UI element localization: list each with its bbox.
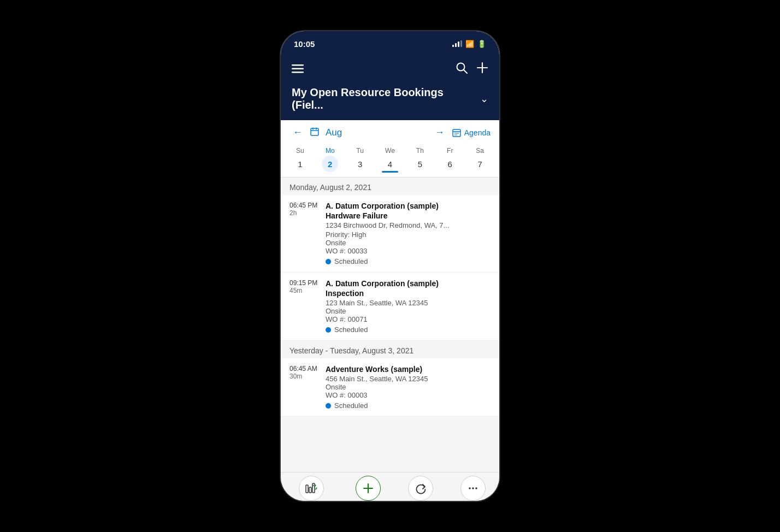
day-name: Sa	[476, 147, 484, 155]
calendar-prev-button[interactable]: ←	[289, 126, 306, 139]
booking-status: Scheduled	[326, 257, 491, 265]
day-number: 3	[352, 156, 368, 172]
booking-time-col: 06:45 AM30m	[289, 365, 319, 410]
day-name: Fr	[447, 147, 453, 155]
booking-type: Onsite	[326, 307, 491, 315]
booking-time: 06:45 PM	[289, 202, 319, 209]
booking-company: A. Datum Corporation (sample)	[326, 279, 491, 288]
status-bar: 10:05 📶 🔋	[281, 31, 499, 55]
booking-time-col: 09:15 PM45m	[289, 279, 319, 334]
booking-duration: 45m	[289, 287, 319, 294]
list-item[interactable]: 06:45 PM2hA. Datum Corporation (sample)H…	[281, 195, 499, 273]
booking-company: Adventure Works (sample)	[326, 365, 491, 374]
status-time: 10:05	[294, 39, 315, 49]
svg-rect-2	[292, 72, 304, 73]
day-name: Tu	[356, 147, 364, 155]
svg-rect-15	[306, 485, 308, 493]
day-col-su[interactable]: Su1	[285, 147, 315, 173]
day-number: 4	[382, 156, 398, 172]
svg-rect-16	[309, 487, 311, 493]
day-name: We	[385, 147, 395, 155]
day-number: 6	[442, 156, 458, 172]
date-header: Yesterday - Tuesday, August 3, 2021	[281, 341, 499, 358]
header-bar	[281, 55, 499, 84]
svg-rect-1	[292, 68, 304, 69]
show-chart-icon	[299, 476, 324, 501]
day-number: 7	[472, 156, 488, 172]
refresh-icon	[408, 476, 433, 501]
day-name: Th	[416, 147, 424, 155]
calendar-section: ← Aug → Agenda	[281, 120, 499, 178]
day-number: 5	[412, 156, 428, 172]
booking-priority: Priority: High	[326, 230, 491, 239]
day-name: Mo	[326, 147, 335, 155]
booking-time: 06:45 AM	[289, 365, 319, 373]
new-button[interactable]: New	[356, 476, 381, 501]
day-col-we[interactable]: We4	[375, 147, 405, 173]
show-chart-button[interactable]: Show Chart	[294, 476, 329, 501]
booking-title: Hardware Failure	[326, 211, 491, 220]
bottom-toolbar: Show Chart New Refresh	[281, 472, 499, 501]
date-header: Monday, August 2, 2021	[281, 178, 499, 195]
booking-status: Scheduled	[326, 326, 491, 334]
bookings-list: Monday, August 2, 202106:45 PM2hA. Datum…	[281, 178, 499, 472]
title-chevron-icon[interactable]: ⌄	[480, 93, 488, 105]
svg-point-21	[472, 487, 474, 489]
booking-duration: 30m	[289, 373, 319, 380]
calendar-month[interactable]: Aug	[326, 127, 427, 138]
day-col-sa[interactable]: Sa7	[465, 147, 495, 173]
wifi-icon: 📶	[465, 40, 474, 48]
list-item[interactable]: 06:45 AM30mAdventure Works (sample)456 M…	[281, 358, 499, 417]
agenda-button[interactable]: Agenda	[452, 128, 491, 137]
header-actions	[456, 62, 488, 76]
day-col-mo[interactable]: Mo2	[315, 147, 345, 173]
booking-detail: A. Datum Corporation (sample)Inspection1…	[326, 279, 491, 334]
list-item[interactable]: 09:15 PM45mA. Datum Corporation (sample)…	[281, 273, 499, 341]
booking-detail: Adventure Works (sample)456 Main St., Se…	[326, 365, 491, 410]
booking-time: 09:15 PM	[289, 279, 319, 287]
booking-wo: WO #: 00003	[326, 391, 491, 399]
calendar-nav: ← Aug → Agenda	[281, 120, 499, 145]
day-col-th[interactable]: Th5	[405, 147, 435, 173]
day-number: 2	[322, 156, 338, 172]
svg-rect-0	[292, 64, 304, 66]
status-dot	[326, 403, 331, 409]
week-days: Su1Mo2Tu3We4Th5Fr6Sa7	[281, 145, 499, 177]
svg-rect-7	[311, 128, 318, 135]
booking-duration: 2h	[289, 209, 319, 217]
hamburger-icon[interactable]	[292, 64, 304, 75]
refresh-button[interactable]: Refresh	[408, 476, 433, 501]
day-col-fr[interactable]: Fr6	[435, 147, 465, 173]
calendar-next-button[interactable]: →	[432, 126, 448, 139]
svg-point-22	[475, 487, 477, 489]
page-title: My Open Resource Bookings (Fiel...	[292, 86, 476, 111]
day-name: Su	[296, 147, 304, 155]
booking-title: Inspection	[326, 289, 491, 298]
svg-line-4	[464, 70, 467, 73]
status-dot	[326, 327, 331, 333]
booking-time-col: 06:45 PM2h	[289, 202, 319, 265]
booking-type: Onsite	[326, 239, 491, 247]
status-icons: 📶 🔋	[452, 40, 486, 48]
more-icon	[460, 476, 486, 501]
today-underline	[382, 171, 398, 173]
phone-frame: 10:05 📶 🔋	[281, 31, 499, 501]
booking-address: 1234 Birchwood Dr, Redmond, WA, 7...	[326, 221, 491, 229]
booking-type: Onsite	[326, 383, 491, 391]
more-button[interactable]: More	[460, 476, 486, 501]
add-button[interactable]	[476, 62, 488, 76]
status-badge: Scheduled	[334, 401, 368, 410]
booking-wo: WO #: 00033	[326, 247, 491, 255]
booking-detail: A. Datum Corporation (sample)Hardware Fa…	[326, 202, 491, 265]
day-col-tu[interactable]: Tu3	[345, 147, 375, 173]
signal-icon	[452, 40, 462, 47]
booking-wo: WO #: 00071	[326, 315, 491, 323]
search-button[interactable]	[456, 62, 468, 76]
status-badge: Scheduled	[334, 257, 368, 265]
title-bar: My Open Resource Bookings (Fiel... ⌄	[281, 84, 499, 120]
booking-status: Scheduled	[326, 401, 491, 410]
calendar-icon	[310, 127, 319, 138]
booking-address: 123 Main St., Seattle, WA 12345	[326, 299, 491, 307]
booking-company: A. Datum Corporation (sample)	[326, 202, 491, 210]
battery-icon: 🔋	[477, 40, 486, 48]
